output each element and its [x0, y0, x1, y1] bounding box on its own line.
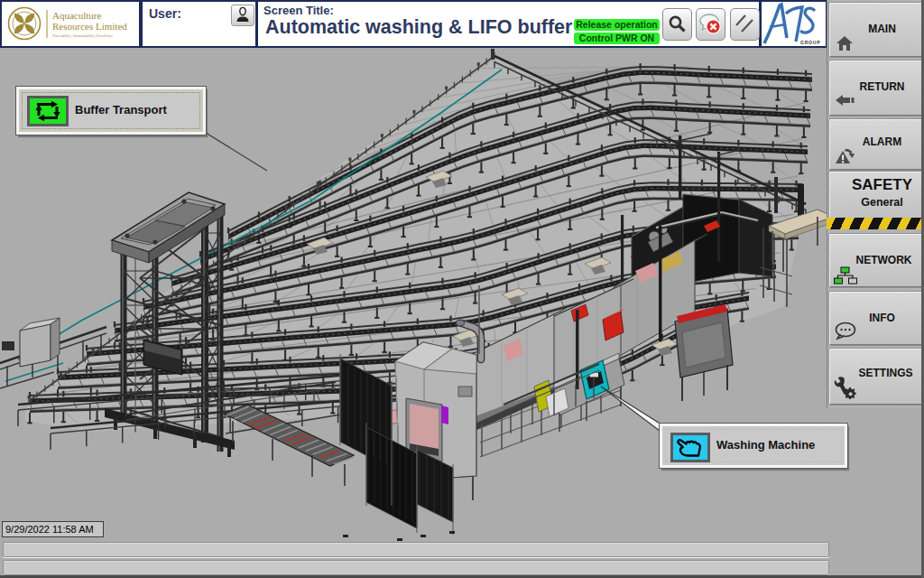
svg-text:Aquaculture: Aquaculture [52, 10, 101, 21]
svg-text:GROUP: GROUP [800, 40, 820, 45]
svg-text:Traceability | Sustainability: Traceability | Sustainability | Excellen… [52, 33, 113, 38]
svg-text:Resources Limited: Resources Limited [52, 21, 127, 32]
